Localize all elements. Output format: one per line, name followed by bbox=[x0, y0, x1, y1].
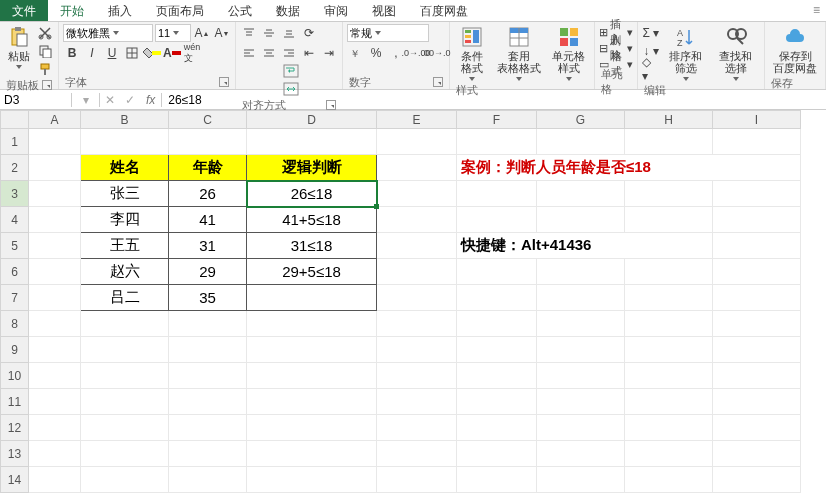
align-right-button[interactable] bbox=[280, 44, 298, 62]
cell-E3[interactable] bbox=[377, 181, 457, 207]
col-header-G[interactable]: G bbox=[537, 111, 625, 129]
cell-A11[interactable] bbox=[29, 389, 81, 415]
row-header-10[interactable]: 10 bbox=[1, 363, 29, 389]
cell-I5[interactable] bbox=[713, 233, 801, 259]
cell-C5[interactable]: 31 bbox=[169, 233, 247, 259]
cell-B13[interactable] bbox=[81, 441, 169, 467]
fx-label[interactable]: fx bbox=[140, 93, 162, 107]
cell-E10[interactable] bbox=[377, 363, 457, 389]
decrease-indent-button[interactable]: ⇤ bbox=[300, 44, 318, 62]
cell-H12[interactable] bbox=[625, 415, 713, 441]
cell-G11[interactable] bbox=[537, 389, 625, 415]
cell-E12[interactable] bbox=[377, 415, 457, 441]
cell-D4[interactable]: 41+5≤18 bbox=[247, 207, 377, 233]
cell-D13[interactable] bbox=[247, 441, 377, 467]
cell-I4[interactable] bbox=[713, 207, 801, 233]
number-launcher[interactable] bbox=[433, 77, 443, 87]
cell-B11[interactable] bbox=[81, 389, 169, 415]
cell-H1[interactable] bbox=[625, 129, 713, 155]
align-top-button[interactable] bbox=[240, 24, 258, 42]
cell-B7[interactable]: 吕二 bbox=[81, 285, 169, 311]
cell-I10[interactable] bbox=[713, 363, 801, 389]
row-header-2[interactable]: 2 bbox=[1, 155, 29, 181]
cell-E6[interactable] bbox=[377, 259, 457, 285]
cell-A14[interactable] bbox=[29, 467, 81, 493]
cell-G12[interactable] bbox=[537, 415, 625, 441]
font-size-select[interactable]: 11 bbox=[155, 24, 191, 42]
row-header-14[interactable]: 14 bbox=[1, 467, 29, 493]
cell-C1[interactable] bbox=[169, 129, 247, 155]
cell-H9[interactable] bbox=[625, 337, 713, 363]
cell-I14[interactable] bbox=[713, 467, 801, 493]
cell-H4[interactable] bbox=[625, 207, 713, 233]
cell-I8[interactable] bbox=[713, 311, 801, 337]
row-header-12[interactable]: 12 bbox=[1, 415, 29, 441]
shrink-font-button[interactable]: A▼ bbox=[213, 24, 231, 42]
cell-E8[interactable] bbox=[377, 311, 457, 337]
row-header-5[interactable]: 5 bbox=[1, 233, 29, 259]
row-header-6[interactable]: 6 bbox=[1, 259, 29, 285]
row-header-11[interactable]: 11 bbox=[1, 389, 29, 415]
cell-E13[interactable] bbox=[377, 441, 457, 467]
cell-H3[interactable] bbox=[625, 181, 713, 207]
cell-F1[interactable] bbox=[457, 129, 537, 155]
cell-C6[interactable]: 29 bbox=[169, 259, 247, 285]
cell-D10[interactable] bbox=[247, 363, 377, 389]
select-all-corner[interactable] bbox=[1, 111, 29, 129]
cell-E4[interactable] bbox=[377, 207, 457, 233]
cell-D9[interactable] bbox=[247, 337, 377, 363]
cell-F3[interactable] bbox=[457, 181, 537, 207]
cell-A3[interactable] bbox=[29, 181, 81, 207]
cell-B4[interactable]: 李四 bbox=[81, 207, 169, 233]
cell-D11[interactable] bbox=[247, 389, 377, 415]
cell-B5[interactable]: 王五 bbox=[81, 233, 169, 259]
cell-H7[interactable] bbox=[625, 285, 713, 311]
cell-B2[interactable]: 姓名 bbox=[81, 155, 169, 181]
cell-F12[interactable] bbox=[457, 415, 537, 441]
cell-F11[interactable] bbox=[457, 389, 537, 415]
col-header-E[interactable]: E bbox=[377, 111, 457, 129]
tab-data[interactable]: 数据 bbox=[264, 0, 312, 21]
cell-B12[interactable] bbox=[81, 415, 169, 441]
cell-C13[interactable] bbox=[169, 441, 247, 467]
tab-baidu[interactable]: 百度网盘 bbox=[408, 0, 480, 21]
cell-E11[interactable] bbox=[377, 389, 457, 415]
col-header-F[interactable]: F bbox=[457, 111, 537, 129]
tab-layout[interactable]: 页面布局 bbox=[144, 0, 216, 21]
cell-A8[interactable] bbox=[29, 311, 81, 337]
cell-H14[interactable] bbox=[625, 467, 713, 493]
cell-styles-button[interactable]: 单元格样式 bbox=[547, 24, 591, 83]
align-center-button[interactable] bbox=[260, 44, 278, 62]
table-format-button[interactable]: 套用 表格格式 bbox=[493, 24, 545, 83]
cell-F6[interactable] bbox=[457, 259, 537, 285]
clear-button[interactable]: ◇ ▾ bbox=[642, 60, 660, 78]
cell-B6[interactable]: 赵六 bbox=[81, 259, 169, 285]
cell-C7[interactable]: 35 bbox=[169, 285, 247, 311]
cell-I6[interactable] bbox=[713, 259, 801, 285]
cell-D1[interactable] bbox=[247, 129, 377, 155]
cell-G1[interactable] bbox=[537, 129, 625, 155]
cell-D5[interactable]: 31≤18 bbox=[247, 233, 377, 259]
font-launcher[interactable] bbox=[219, 77, 229, 87]
name-box[interactable]: D3 bbox=[0, 93, 72, 107]
cell-A7[interactable] bbox=[29, 285, 81, 311]
col-header-D[interactable]: D bbox=[247, 111, 377, 129]
cell-D3[interactable]: 26≤18 bbox=[247, 181, 377, 207]
cell-A9[interactable] bbox=[29, 337, 81, 363]
cell-C4[interactable]: 41 bbox=[169, 207, 247, 233]
col-header-I[interactable]: I bbox=[713, 111, 801, 129]
cell-D14[interactable] bbox=[247, 467, 377, 493]
col-header-C[interactable]: C bbox=[169, 111, 247, 129]
cell-G8[interactable] bbox=[537, 311, 625, 337]
number-format-select[interactable]: 常规 bbox=[347, 24, 429, 42]
grow-font-button[interactable]: A▲ bbox=[193, 24, 211, 42]
format-painter-button[interactable] bbox=[36, 60, 54, 78]
worksheet[interactable]: ABCDEFGHI12姓名年龄逻辑判断案例：判断人员年龄是否≤183张三2626… bbox=[0, 110, 826, 500]
cell-G4[interactable] bbox=[537, 207, 625, 233]
cell-G10[interactable] bbox=[537, 363, 625, 389]
cell-E2[interactable] bbox=[377, 155, 457, 181]
cell-F10[interactable] bbox=[457, 363, 537, 389]
row-header-4[interactable]: 4 bbox=[1, 207, 29, 233]
sort-filter-button[interactable]: AZ排序和筛选 bbox=[662, 24, 710, 83]
font-color-button[interactable]: A bbox=[163, 44, 181, 62]
